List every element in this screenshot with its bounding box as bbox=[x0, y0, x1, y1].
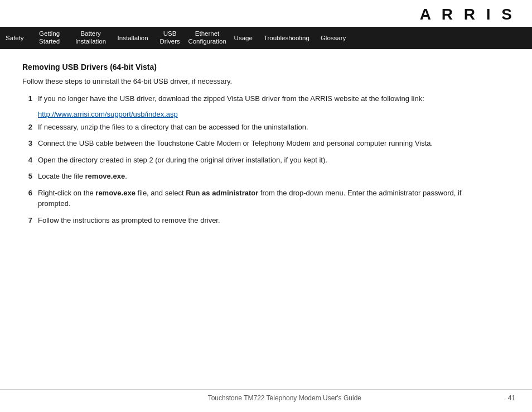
step-3: 3 Connect the USB cable between the Touc… bbox=[22, 138, 480, 149]
step-1-content: If you no longer have the USB driver, do… bbox=[38, 93, 480, 104]
footer-title: Touchstone TM722 Telephony Modem User's … bbox=[61, 394, 508, 402]
nav-item-ethernet-configuration[interactable]: EthernetConfiguration bbox=[186, 27, 229, 49]
step-6: 6 Right-click on the remove.exe file, an… bbox=[22, 188, 480, 209]
step-4-content: Open the directory created in step 2 (or… bbox=[38, 155, 480, 166]
arris-logo: A R R I S bbox=[0, 0, 532, 27]
step-5: 5 Locate the file remove.exe. bbox=[22, 171, 480, 182]
step-3-content: Connect the USB cable between the Touchs… bbox=[38, 138, 480, 149]
step-7: 7 Follow the instructions as prompted to… bbox=[22, 215, 480, 226]
step-3-number: 3 bbox=[22, 138, 38, 149]
step-5-number: 5 bbox=[22, 171, 38, 182]
step-6-number: 6 bbox=[22, 188, 38, 209]
step-5-content: Locate the file remove.exe. bbox=[38, 171, 480, 182]
nav-item-glossary[interactable]: Glossary bbox=[315, 27, 351, 49]
intro-text: Follow these steps to uninstall the 64-b… bbox=[22, 77, 480, 85]
step-5-bold: remove.exe bbox=[85, 172, 125, 180]
footer-page-number: 41 bbox=[508, 394, 515, 402]
step-2: 2 If necessary, unzip the files to a dir… bbox=[22, 122, 480, 133]
step-2-content: If necessary, unzip the files to a direc… bbox=[38, 122, 480, 133]
nav-item-getting-started[interactable]: GettingStarted bbox=[30, 27, 70, 49]
steps-list: 1 If you no longer have the USB driver, … bbox=[22, 93, 480, 226]
step-6-bold2: Run as administrator bbox=[186, 189, 258, 197]
step-6-content: Right-click on the remove.exe file, and … bbox=[38, 188, 480, 209]
step-7-number: 7 bbox=[22, 215, 38, 226]
nav-item-safety[interactable]: Safety bbox=[0, 27, 30, 49]
section-title: Removing USB Drivers (64-bit Vista) bbox=[22, 63, 480, 71]
step-4-number: 4 bbox=[22, 155, 38, 166]
step-1-link-row: http://www.arrisi.com/support/usb/index.… bbox=[38, 110, 480, 118]
nav-item-usage[interactable]: Usage bbox=[229, 27, 258, 49]
step-1-text: If you no longer have the USB driver, do… bbox=[38, 94, 424, 103]
footer-left-spacer bbox=[17, 394, 61, 402]
step-6-bold1: remove.exe bbox=[95, 189, 136, 197]
nav-item-usb-drivers[interactable]: USBDrivers bbox=[154, 27, 186, 49]
footer: Touchstone TM722 Telephony Modem User's … bbox=[0, 389, 532, 402]
step-1: 1 If you no longer have the USB driver, … bbox=[22, 93, 480, 104]
step-2-number: 2 bbox=[22, 122, 38, 133]
nav-item-battery-installation[interactable]: BatteryInstallation bbox=[70, 27, 112, 49]
step-7-content: Follow the instructions as prompted to r… bbox=[38, 215, 480, 226]
nav-item-troubleshooting[interactable]: Troubleshooting bbox=[258, 27, 315, 49]
step-4: 4 Open the directory created in step 2 (… bbox=[22, 155, 480, 166]
main-content: Removing USB Drivers (64-bit Vista) Foll… bbox=[0, 49, 502, 242]
navigation-bar: Safety GettingStarted BatteryInstallatio… bbox=[0, 27, 532, 49]
step-1-number: 1 bbox=[22, 93, 38, 104]
nav-item-installation[interactable]: Installation bbox=[112, 27, 154, 49]
step-1-link[interactable]: http://www.arrisi.com/support/usb/index.… bbox=[38, 110, 178, 118]
